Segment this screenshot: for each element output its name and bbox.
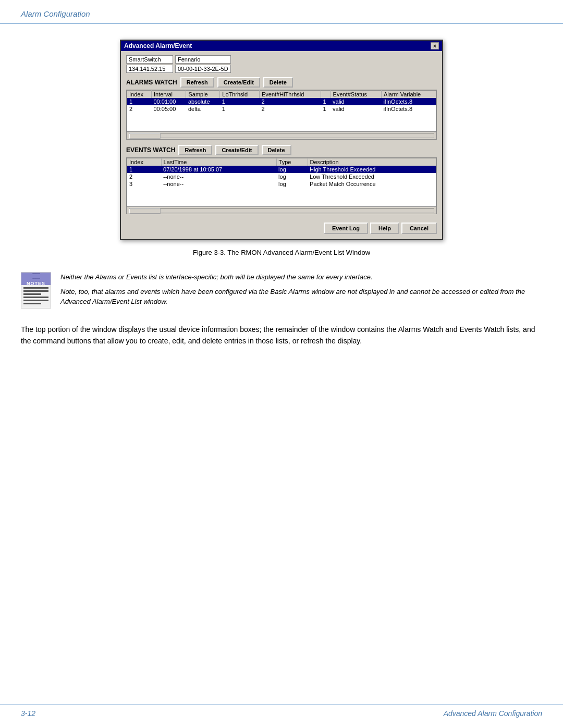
- alarms-col-event-hi: Event#HiThrhsld: [260, 91, 321, 98]
- events-table-header-row: Index LastTime Type Description: [127, 158, 436, 166]
- alarms-row1-index: 1: [127, 98, 152, 105]
- dialog-titlebar: Advanced Alarm/Event ×: [121, 41, 442, 51]
- events-table: Index LastTime Type Description 1 07/20/…: [127, 158, 436, 207]
- events-delete-button[interactable]: Delete: [262, 145, 291, 155]
- alarms-row1-sample: absolute: [186, 98, 220, 105]
- alarms-col-lothrhsld: LoThrhsld: [220, 91, 260, 98]
- info-box-group-1: SmartSwitch 134.141.52.15: [126, 55, 173, 73]
- page-footer: 3-12 Advanced Alarm Configuration: [0, 705, 563, 718]
- alarms-row1-interval: 00:01:00: [151, 98, 186, 105]
- info-box-label1: SmartSwitch: [126, 55, 173, 64]
- events-table-container: Index LastTime Type Description 1 07/20/…: [126, 157, 437, 215]
- events-col-lasttime: LastTime: [161, 158, 276, 166]
- events-col-index: Index: [127, 158, 162, 166]
- info-box-group-2: Fennario 00-00-1D-33-2E-5D: [175, 55, 231, 73]
- info-box-label2: Fennario: [175, 55, 231, 64]
- events-row3-description: Packet Match Occurrence: [308, 180, 436, 188]
- events-scroll-track[interactable]: [129, 208, 434, 213]
- alarms-row1-lo: 1: [220, 98, 260, 105]
- page-header: Alarm Configuration: [0, 0, 563, 24]
- dialog-body: SmartSwitch 134.141.52.15 Fennario 00-00…: [121, 51, 442, 239]
- page-header-title: Alarm Configuration: [21, 9, 90, 18]
- notes-note2: Note, too, that alarms and events which …: [60, 287, 542, 307]
- event-log-button[interactable]: Event Log: [324, 223, 368, 234]
- events-row1-lasttime: 07/20/1998 at 10:05:07: [161, 166, 276, 173]
- alarms-table-header-row: Index Interval Sample LoThrhsld Event#Hi…: [127, 91, 436, 98]
- events-row1-type: log: [276, 166, 308, 173]
- notes-line-4: [23, 297, 48, 298]
- alarms-table: Index Interval Sample LoThrhsld Event#Hi…: [127, 90, 436, 132]
- notes-text-container: Neither the Alarms or Events list is int…: [60, 272, 542, 311]
- table-row-empty: [127, 188, 436, 197]
- notes-note1: Neither the Alarms or Events list is int…: [60, 272, 542, 282]
- notes-lines-decoration: [21, 285, 51, 308]
- notes-line-5: [23, 300, 48, 301]
- events-watch-section: EVENTS WATCH Refresh Create/Edit Delete …: [126, 145, 437, 215]
- footer-section-title: Advanced Alarm Configuration: [444, 709, 542, 718]
- table-row[interactable]: 1 00:01:00 absolute 1 2 1 valid ifInOcte…: [127, 98, 436, 105]
- events-row1-description: High Threshold Exceeded: [308, 166, 436, 173]
- cancel-button[interactable]: Cancel: [401, 223, 437, 234]
- events-scroll-bar[interactable]: [127, 206, 436, 214]
- alarms-refresh-button[interactable]: Refresh: [180, 77, 214, 88]
- events-watch-title: EVENTS WATCH: [126, 146, 175, 154]
- alarms-row2-lo: 1: [220, 105, 260, 113]
- alarms-row1-event-hi: 2: [260, 98, 321, 105]
- notes-icon-top: •••••••••••••••• NOTES: [21, 273, 51, 285]
- main-content: Advanced Alarm/Event × SmartSwitch 134.1…: [0, 24, 563, 373]
- info-box-value2: 00-00-1D-33-2E-5D: [175, 65, 231, 73]
- table-row-empty: [127, 113, 436, 122]
- alarms-watch-section: ALARMS WATCH Refresh Create/Edit Delete …: [126, 77, 437, 140]
- alarms-col-sample: Sample: [186, 91, 220, 98]
- alarms-row2-sample: delta: [186, 105, 220, 113]
- notes-icon-image: •••••••••••••••• NOTES: [21, 272, 51, 309]
- notes-line-1: [23, 287, 48, 289]
- dialog-title: Advanced Alarm/Event: [124, 42, 192, 50]
- dialog-close-button[interactable]: ×: [431, 42, 439, 50]
- table-row[interactable]: 1 07/20/1998 at 10:05:07 log High Thresh…: [127, 166, 436, 173]
- notes-line-3: [23, 293, 41, 295]
- events-row2-lasttime: --none--: [161, 173, 276, 180]
- events-row3-lasttime: --none--: [161, 180, 276, 188]
- alarms-row2-index: 2: [127, 105, 152, 113]
- events-col-type: Type: [276, 158, 308, 166]
- alarms-col-interval: Interval: [151, 91, 186, 98]
- alarms-create-edit-button[interactable]: Create/Edit: [217, 77, 260, 88]
- alarms-col-status: Event#Status: [331, 91, 381, 98]
- notes-section: •••••••••••••••• NOTES Neither the Alarm…: [21, 272, 542, 311]
- table-row[interactable]: 2 00:05:00 delta 1 2 1 valid ifInOctets.…: [127, 105, 436, 113]
- alarms-watch-header: ALARMS WATCH Refresh Create/Edit Delete: [126, 77, 437, 88]
- table-row-empty: [127, 122, 436, 131]
- alarms-row1-status: valid: [331, 98, 381, 105]
- alarms-row2-variable: ifInOctets.8: [381, 105, 436, 113]
- notes-dots: ••••••••••••••••: [32, 272, 40, 281]
- dialog-wrapper: Advanced Alarm/Event × SmartSwitch 134.1…: [21, 40, 542, 240]
- alarms-watch-title: ALARMS WATCH: [126, 79, 177, 86]
- alarms-col-index: Index: [127, 91, 152, 98]
- events-create-edit-button[interactable]: Create/Edit: [215, 145, 258, 155]
- info-boxes: SmartSwitch 134.141.52.15 Fennario 00-00…: [126, 55, 437, 73]
- alarms-scroll-track[interactable]: [129, 133, 434, 138]
- events-row2-index: 2: [127, 173, 162, 180]
- events-row3-type: log: [276, 180, 308, 188]
- alarms-row2-status: valid: [331, 105, 381, 113]
- figure-caption: Figure 3-3. The RMON Advanced Alarm/Even…: [21, 249, 542, 256]
- events-col-description: Description: [308, 158, 436, 166]
- dialog-window: Advanced Alarm/Event × SmartSwitch 134.1…: [120, 40, 443, 240]
- alarms-delete-button[interactable]: Delete: [263, 77, 293, 88]
- help-button[interactable]: Help: [370, 223, 399, 234]
- events-refresh-button[interactable]: Refresh: [178, 145, 212, 155]
- alarms-row1-event-num: 1: [321, 98, 331, 105]
- events-scroll-thumb[interactable]: [129, 208, 161, 214]
- body-text: The top portion of the window displays t…: [21, 324, 542, 347]
- notes-line-6: [23, 303, 41, 304]
- notes-line-2: [23, 290, 48, 292]
- events-row2-type: log: [276, 173, 308, 180]
- table-row[interactable]: 2 --none-- log Low Threshold Exceeded: [127, 173, 436, 180]
- table-row[interactable]: 3 --none-- log Packet Match Occurrence: [127, 180, 436, 188]
- alarms-scroll-bar[interactable]: [127, 132, 436, 139]
- alarms-row2-event-hi: 2: [260, 105, 321, 113]
- alarms-row1-variable: ifInOctets.8: [381, 98, 436, 105]
- events-row3-index: 3: [127, 180, 162, 188]
- alarms-scroll-thumb[interactable]: [129, 133, 161, 139]
